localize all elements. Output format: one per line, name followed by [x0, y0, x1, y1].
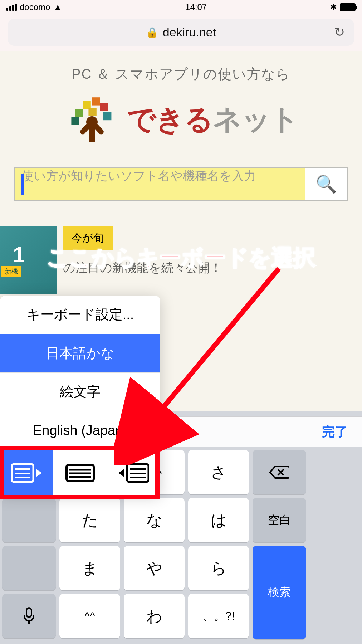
url-domain: dekiru.net [163, 25, 216, 39]
svg-rect-5 [100, 103, 108, 111]
search-button[interactable]: 🔍 [305, 167, 348, 201]
keyboard-settings-item[interactable]: キーボード設定... [0, 296, 160, 334]
keyboard-option-kana[interactable]: 日本語かな [0, 334, 160, 373]
svg-rect-7 [71, 117, 79, 125]
key-space[interactable]: 空白 [253, 498, 306, 542]
search-input[interactable]: 使い方が知りたいソフト名や機種名を入力 [14, 167, 305, 201]
thumb-tag: 新機 [1, 266, 21, 277]
reload-icon[interactable]: ↻ [334, 25, 345, 40]
key-na[interactable]: な [124, 498, 185, 542]
key-mic[interactable] [2, 594, 56, 638]
key-ma[interactable]: ま [59, 546, 120, 590]
tagline: PC ＆ スマホアプリの使い方なら [0, 65, 362, 83]
search-icon: 🔍 [315, 174, 337, 194]
carrier-label: docomo [20, 2, 50, 12]
signal-icon [6, 4, 17, 11]
keyboard-picker-menu: キーボード設定... 日本語かな 絵文字 English (Japan) [0, 296, 160, 496]
status-bar: docomo ▲ 14:07 ✱ [0, 0, 362, 14]
text-cursor [21, 174, 24, 195]
key-wa[interactable]: わ [124, 594, 185, 638]
keyboard-option-emoji[interactable]: 絵文字 [0, 373, 160, 411]
featured-article[interactable]: 1 新機 今が旬 の注目の新機能を続々公開！ [0, 226, 362, 294]
key-ha[interactable]: は [188, 498, 249, 542]
key-mode[interactable] [2, 546, 56, 590]
bluetooth-icon: ✱ [330, 2, 337, 12]
key-ra[interactable]: ら [188, 546, 249, 590]
key-delete[interactable] [253, 450, 306, 494]
browser-chrome: 🔒 dekiru.net ↻ [0, 14, 362, 51]
svg-rect-24 [26, 608, 31, 617]
clock: 14:07 [185, 2, 207, 12]
key-left[interactable] [2, 498, 56, 542]
key-search[interactable]: 検索 [253, 546, 306, 639]
brand-gray: ネット [213, 103, 299, 135]
trending-badge: 今が旬 [63, 226, 113, 250]
wifi-icon: ▲ [53, 2, 62, 13]
site-logo[interactable]: できるネット [0, 91, 362, 149]
keyboard-option-english[interactable]: English (Japan) [0, 411, 160, 450]
key-ta[interactable]: た [59, 498, 120, 542]
svg-rect-3 [83, 101, 90, 109]
article-text: の注目の新機能を続々公開！ [63, 260, 222, 276]
done-button[interactable]: 完了 [322, 423, 348, 441]
keyboard-mode-left[interactable] [0, 450, 53, 496]
keyboard-mode-full[interactable] [53, 450, 107, 496]
key-kaomoji[interactable]: ^^ [59, 594, 120, 638]
search-placeholder: 使い方が知りたいソフト名や機種名を入力 [21, 169, 256, 182]
lock-icon: 🔒 [146, 26, 158, 38]
key-sa[interactable]: さ [188, 450, 249, 494]
svg-rect-6 [103, 112, 111, 120]
web-page: PC ＆ スマホアプリの使い方なら できるネット [0, 51, 362, 294]
keyboard-mode-right[interactable] [107, 450, 160, 496]
svg-point-1 [86, 116, 98, 128]
key-ya[interactable]: や [124, 546, 185, 590]
url-bar[interactable]: 🔒 dekiru.net ↻ [8, 19, 354, 46]
brand-red: できる [127, 103, 213, 135]
key-punct[interactable]: 、。?! [188, 594, 249, 638]
article-thumbnail: 1 新機 [0, 226, 57, 294]
battery-icon [340, 3, 356, 11]
tree-icon [63, 91, 121, 149]
svg-rect-4 [92, 97, 100, 105]
svg-rect-8 [88, 108, 96, 116]
svg-rect-2 [75, 109, 83, 117]
